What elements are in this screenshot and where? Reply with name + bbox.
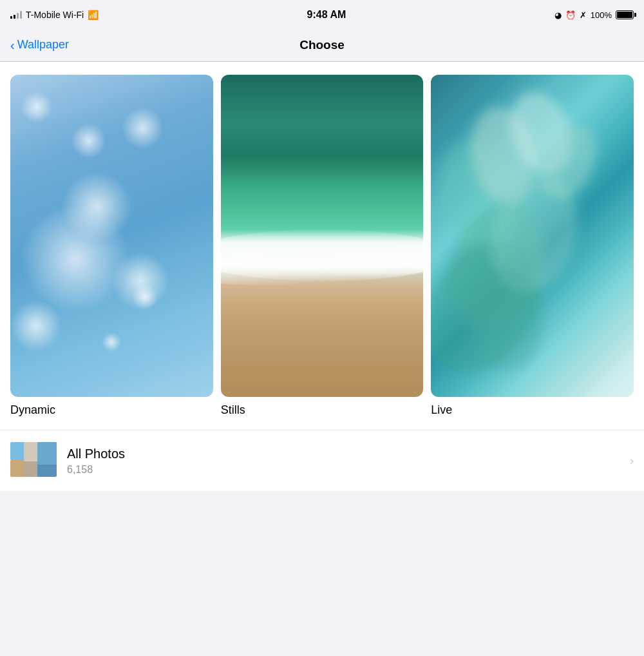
dynamic-thumbnail (10, 75, 213, 397)
location-icon: ◕ (554, 10, 562, 20)
svg-rect-10 (37, 442, 57, 465)
status-time: 9:48 AM (307, 9, 346, 21)
photos-info: All Photos 6,158 (67, 447, 630, 476)
signal-bars-icon (10, 11, 22, 19)
wallpaper-grid: Dynamic Stills (10, 75, 634, 417)
battery-percent: 100% (591, 10, 612, 20)
status-left: T-Mobile Wi-Fi 📶 (10, 10, 99, 20)
alarm-icon: ⏰ (565, 10, 576, 20)
all-photos-row[interactable]: All Photos 6,158 › (10, 430, 634, 491)
dynamic-label: Dynamic (10, 403, 213, 417)
wifi-icon: 📶 (88, 10, 99, 20)
chevron-right-icon: › (630, 454, 634, 468)
photos-count: 6,158 (67, 464, 630, 476)
carrier-label: T-Mobile Wi-Fi (26, 10, 84, 20)
wallpaper-item-dynamic[interactable]: Dynamic (10, 75, 213, 417)
back-button[interactable]: ‹ Wallpaper (10, 38, 69, 52)
wallpaper-item-stills[interactable]: Stills (221, 75, 424, 417)
status-right: ◕ ⏰ ✗ 100% (554, 10, 634, 20)
live-label: Live (431, 403, 634, 417)
live-thumbnail (431, 75, 634, 397)
live-bg (431, 75, 634, 397)
battery-indicator (616, 10, 634, 19)
back-label: Wallpaper (17, 38, 69, 52)
status-bar: T-Mobile Wi-Fi 📶 9:48 AM ◕ ⏰ ✗ 100% (0, 0, 644, 28)
photos-thumbnail (10, 441, 57, 481)
photos-title: All Photos (67, 447, 630, 461)
dynamic-bg (10, 75, 213, 397)
stills-thumbnail (221, 75, 424, 397)
wallpaper-item-live[interactable]: Live (431, 75, 634, 417)
bluetooth-icon: ✗ (580, 10, 587, 20)
nav-bar: ‹ Wallpaper Choose (0, 28, 644, 62)
stills-label: Stills (221, 403, 424, 417)
stills-bg (221, 75, 424, 397)
page-title: Choose (299, 38, 345, 52)
back-chevron-icon: ‹ (10, 39, 15, 52)
main-content: Dynamic Stills (0, 62, 644, 491)
photos-thumbnail-svg (10, 441, 57, 481)
